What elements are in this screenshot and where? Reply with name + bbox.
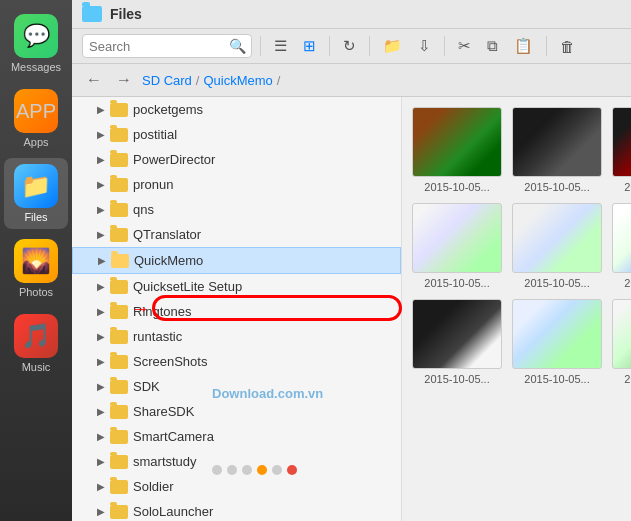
tree-item-quicksetlite[interactable]: ▶ QuicksetLite Setup xyxy=(72,274,401,299)
tree-item-runtastic[interactable]: ▶ runtastic xyxy=(72,324,401,349)
photos-icon: 🌄 xyxy=(14,239,58,283)
tree-item-powerdirector[interactable]: ▶ PowerDirector xyxy=(72,147,401,172)
tree-item-smartcamera[interactable]: ▶ SmartCamera xyxy=(72,424,401,449)
tree-name-ringtones: Ringtones xyxy=(133,304,393,319)
tree-toggle-qtranslator: ▶ xyxy=(94,228,108,242)
tree-name-runtastic: runtastic xyxy=(133,329,393,344)
tree-toggle-pocketgems: ▶ xyxy=(94,103,108,117)
tree-folder-icon-quickmemo xyxy=(111,254,129,268)
tree-name-sharesdk: ShareSDK xyxy=(133,404,393,419)
thumb-item-5[interactable]: 2015-10-05... xyxy=(512,203,602,289)
thumbnail-grid: 2015-10-05... 2015-10-05... 2015-10-05..… xyxy=(402,97,631,521)
tree-folder-icon-ringtones xyxy=(110,305,128,319)
tree-item-smartstudy[interactable]: ▶ smartstudy xyxy=(72,449,401,474)
tree-folder-icon-smartcamera xyxy=(110,430,128,444)
sidebar-label-apps: Apps xyxy=(23,136,48,148)
forward-button[interactable]: → xyxy=(112,69,136,91)
toolbar-separator-3 xyxy=(369,36,370,56)
thumb-label-8: 2015-10-05... xyxy=(524,373,589,385)
tree-folder-icon-qns xyxy=(110,203,128,217)
search-icon[interactable]: 🔍 xyxy=(229,38,246,54)
toolbar-separator-4 xyxy=(444,36,445,56)
tree-folder-icon-runtastic xyxy=(110,330,128,344)
sidebar-label-files: Files xyxy=(24,211,47,223)
thumb-image-9 xyxy=(612,299,631,369)
tree-item-qtranslator[interactable]: ▶ QTranslator xyxy=(72,222,401,247)
breadcrumb: SD Card / QuickMemo / xyxy=(142,73,280,88)
tree-item-sololauncher[interactable]: ▶ SoloLauncher xyxy=(72,499,401,521)
thumb-item-6[interactable]: 2015-10-05... xyxy=(612,203,631,289)
thumb-image-8 xyxy=(512,299,602,369)
tree-item-pronun[interactable]: ▶ pronun xyxy=(72,172,401,197)
breadcrumb-quickmemo[interactable]: QuickMemo xyxy=(203,73,272,88)
back-button[interactable]: ← xyxy=(82,69,106,91)
thumb-item-9[interactable]: 2015-10-05... xyxy=(612,299,631,385)
view-grid-button[interactable]: ⊞ xyxy=(298,34,321,58)
thumb-item-8[interactable]: 2015-10-05... xyxy=(512,299,602,385)
breadcrumb-sdcard[interactable]: SD Card xyxy=(142,73,192,88)
thumb-item-3[interactable]: 2015-10-05... xyxy=(612,107,631,193)
tree-item-postitial[interactable]: ▶ postitial xyxy=(72,122,401,147)
thumb-item-4[interactable]: 2015-10-05... xyxy=(412,203,502,289)
tree-folder-icon-pocketgems xyxy=(110,103,128,117)
sidebar-item-files[interactable]: 📁 Files xyxy=(4,158,68,229)
tree-item-sdk[interactable]: ▶ SDK xyxy=(72,374,401,399)
tree-folder-icon-sharesdk xyxy=(110,405,128,419)
import-button[interactable]: ⇩ xyxy=(413,34,436,58)
tree-item-qns[interactable]: ▶ qns xyxy=(72,197,401,222)
paste-button[interactable]: 📋 xyxy=(509,34,538,58)
tree-toggle-postitial: ▶ xyxy=(94,128,108,142)
toolbar: 🔍 ☰ ⊞ ↻ 📁 ⇩ ✂ ⧉ 📋 🗑 xyxy=(72,29,631,64)
view-list-button[interactable]: ☰ xyxy=(269,34,292,58)
tree-folder-icon-powerdirector xyxy=(110,153,128,167)
tree-name-quicksetlite: QuicksetLite Setup xyxy=(133,279,393,294)
tree-toggle-qns: ▶ xyxy=(94,203,108,217)
tree-folder-icon-postitial xyxy=(110,128,128,142)
add-button[interactable]: 📁 xyxy=(378,34,407,58)
header-folder-icon xyxy=(82,6,102,22)
thumb-item-2[interactable]: 2015-10-05... xyxy=(512,107,602,193)
tree-name-qns: qns xyxy=(133,202,393,217)
thumb-item-7[interactable]: 2015-10-05... xyxy=(412,299,502,385)
files-icon: 📁 xyxy=(14,164,58,208)
tree-name-sdk: SDK xyxy=(133,379,393,394)
thumb-label-1: 2015-10-05... xyxy=(424,181,489,193)
tree-toggle-sharesdk: ▶ xyxy=(94,405,108,419)
tree-item-screenshots[interactable]: ▶ ScreenShots xyxy=(72,349,401,374)
page-title: Files xyxy=(110,6,142,22)
copy-button[interactable]: ⧉ xyxy=(482,34,503,58)
sidebar-item-apps[interactable]: APP Apps xyxy=(4,83,68,154)
thumb-label-3: 2015-10-05... xyxy=(624,181,631,193)
tree-item-quickmemo[interactable]: ▶ QuickMemo xyxy=(72,247,401,274)
tree-folder-icon-qtranslator xyxy=(110,228,128,242)
toolbar-separator-1 xyxy=(260,36,261,56)
delete-button[interactable]: 🗑 xyxy=(555,35,580,58)
tree-item-ringtones[interactable]: ▶ Ringtones xyxy=(72,299,401,324)
tree-folder-icon-quicksetlite xyxy=(110,280,128,294)
sidebar-item-messages[interactable]: 💬 Messages xyxy=(4,8,68,79)
tree-item-sharesdk[interactable]: ▶ ShareSDK xyxy=(72,399,401,424)
tree-folder-icon-soldier xyxy=(110,480,128,494)
toolbar-separator-5 xyxy=(546,36,547,56)
cut-button[interactable]: ✂ xyxy=(453,34,476,58)
tree-toggle-sololauncher: ▶ xyxy=(94,505,108,519)
tree-toggle-smartcamera: ▶ xyxy=(94,430,108,444)
apps-icon: APP xyxy=(14,89,58,133)
tree-item-pocketgems[interactable]: ▶ pocketgems xyxy=(72,97,401,122)
file-tree: ▶ pocketgems ▶ postitial ▶ PowerDirector… xyxy=(72,97,402,521)
tree-name-smartcamera: SmartCamera xyxy=(133,429,393,444)
sidebar-item-music[interactable]: 🎵 Music xyxy=(4,308,68,379)
tree-toggle-powerdirector: ▶ xyxy=(94,153,108,167)
thumb-image-2 xyxy=(512,107,602,177)
tree-item-soldier[interactable]: ▶ Soldier xyxy=(72,474,401,499)
sidebar-item-photos[interactable]: 🌄 Photos xyxy=(4,233,68,304)
tree-toggle-quickmemo: ▶ xyxy=(95,254,109,268)
thumb-image-1 xyxy=(412,107,502,177)
tree-name-qtranslator: QTranslator xyxy=(133,227,393,242)
thumb-label-6: 2015-10-05... xyxy=(624,277,631,289)
thumb-label-7: 2015-10-05... xyxy=(424,373,489,385)
refresh-button[interactable]: ↻ xyxy=(338,34,361,58)
search-input[interactable] xyxy=(89,39,229,54)
thumb-image-4 xyxy=(412,203,502,273)
thumb-item-1[interactable]: 2015-10-05... xyxy=(412,107,502,193)
